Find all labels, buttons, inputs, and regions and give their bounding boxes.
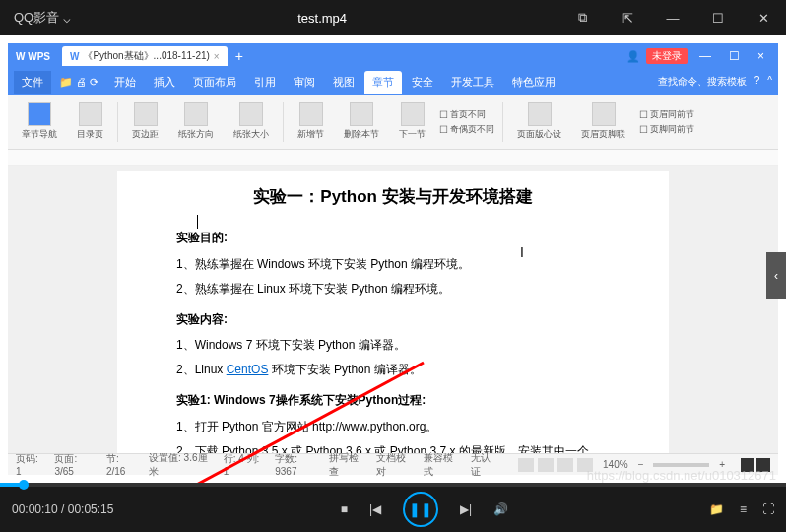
fullscreen-button[interactable]: ⛶ [762,502,774,516]
doc-p4: 2、Linux CentOS 环境下安装 Python 编译器。 [176,359,610,381]
ribbon-pageset[interactable]: 页面版心设 [511,102,567,141]
wps-titlebar: W WPS W 《Python基础》...018-11-21) × + 👤 未登… [8,43,778,69]
pin-button[interactable]: ⇱ [605,0,650,35]
ribbon-delsec[interactable]: 删除本节 [338,102,385,141]
ibeam-cursor-icon: I [520,244,524,260]
user-icon[interactable]: 👤 [626,50,640,63]
menu-view[interactable]: 视图 [325,71,362,94]
doc-icon: W [70,51,79,62]
seek-fill [0,483,24,487]
controls-right: 📁 ≡ ⛶ [709,502,774,516]
wps-titlebar-right: 👤 未登录 — ☐ × [626,48,778,64]
total-time: 00:05:15 [68,502,114,516]
status-pages[interactable]: 页面: 3/65 [54,452,97,477]
app-name-label: QQ影音 [14,9,59,27]
status-page[interactable]: 页码: 1 [16,452,44,477]
menu-review[interactable]: 审阅 [286,71,323,94]
volume-button[interactable]: 🔊 [493,502,508,516]
player-controls: 00:00:10 / 00:05:15 ■ |◀ ❚❚ ▶| 🔊 📁 ≡ ⛶ [0,487,786,532]
side-panel-handle[interactable]: ‹ [766,252,786,299]
search-hint[interactable]: 查找命令、搜索模板 [658,75,747,89]
ribbon-hflink[interactable]: 页眉页脚联 [575,102,631,141]
ribbon-newsec[interactable]: 新增节 [292,102,330,141]
pause-button[interactable]: ❚❚ [403,492,438,527]
status-compat: 兼容模式 [424,451,461,479]
status-pos: 设置值: 3.6厘米 [149,451,214,479]
close-tab-icon[interactable]: × [214,51,220,62]
menu-insert[interactable]: 插入 [146,71,183,94]
seek-thumb[interactable] [19,480,29,490]
close-button[interactable]: ✕ [741,0,786,35]
current-time: 00:00:10 [12,502,58,516]
wps-close[interactable]: × [752,49,770,63]
time-display: 00:00:10 / 00:05:15 [12,502,140,516]
watermark: https://blog.csdn.net/u010312671 [587,468,776,483]
status-section[interactable]: 节: 2/16 [106,452,139,477]
menu-layout[interactable]: 页面布局 [185,71,244,94]
status-spell[interactable]: 拼写检查 [329,451,366,479]
ribbon-nav[interactable]: 章节导航 [16,102,63,141]
app-name[interactable]: QQ影音 ⌵ [0,9,85,27]
doc-p6: 2、下载 Python 3.5.x 或 Python 3.6.x 或 Pytho… [176,440,610,453]
ribbon-nextsec[interactable]: 下一节 [393,102,431,141]
next-button[interactable]: ▶| [460,502,472,516]
ribbon-margin[interactable]: 页边距 [126,102,164,141]
video-filename: test.mp4 [85,11,559,26]
check-header-prev[interactable]: 页眉同前节 [639,108,694,121]
text-caret [197,215,198,229]
stop-button[interactable]: ■ [341,502,348,516]
help-icon[interactable]: ? [754,75,760,89]
status-words[interactable]: 字数: 9367 [275,452,319,477]
wps-maximize[interactable]: ☐ [723,49,746,63]
wps-minimize[interactable]: — [693,49,717,63]
login-badge[interactable]: 未登录 [646,48,688,64]
menu-start[interactable]: 开始 [106,71,144,94]
doc-h2: 实验内容: [176,308,610,331]
pip-button[interactable]: ⧉ [559,0,605,35]
ribbon-orient[interactable]: 纸张方向 [172,102,220,141]
maximize-button[interactable]: ☐ [695,0,741,35]
wps-ruler[interactable] [8,150,778,166]
doc-h3: 实验1: Windows 7操作系统下安装Python过程: [176,389,610,412]
playlist-button[interactable]: ≡ [740,502,747,516]
check-oddeven[interactable]: 奇偶页不同 [439,123,494,136]
wps-logo: W WPS [8,51,58,62]
doc-p1: 1、熟练掌握在 Windows 环境下安装 Python 编程环境。 [176,253,610,276]
menu-dev[interactable]: 开发工具 [443,71,502,94]
doc-p5: 1、打开 Python 官方网站 http://www.python.org。 [176,416,610,438]
ribbon-toc[interactable]: 目录页 [71,102,109,141]
menu-ref[interactable]: 引用 [246,71,284,94]
doc-h1: 实验目的: [176,227,610,249]
open-button[interactable]: 📁 [709,502,724,516]
centos-link: CentOS [227,363,269,376]
ribbon-checks1: 首页不同 奇偶页不同 [439,108,494,136]
video-content[interactable]: W WPS W 《Python基础》...018-11-21) × + 👤 未登… [0,35,786,483]
zoom-slider[interactable] [653,463,709,467]
player-titlebar: QQ影音 ⌵ test.mp4 ⧉ ⇱ — ☐ ✕ [0,0,786,35]
prev-button[interactable]: |◀ [369,502,381,516]
menu-home-icons[interactable]: 📁 🖨 ⟳ [53,76,104,89]
doc-title: 实验一：Python 安装与开发环境搭建 [176,181,610,213]
controls-center: ■ |◀ ❚❚ ▶| 🔊 [140,492,709,527]
status-proof[interactable]: 文档校对 [376,451,414,479]
menu-special[interactable]: 特色应用 [504,71,563,94]
status-cert: 无认证 [471,451,498,479]
minimize-button[interactable]: — [650,0,695,35]
check-firstpage[interactable]: 首页不同 [439,108,494,121]
menu-security[interactable]: 安全 [404,71,441,94]
add-tab-button[interactable]: + [228,48,251,64]
document-page: 实验一：Python 安装与开发环境搭建 实验目的: 1、熟练掌握在 Windo… [117,171,669,453]
seek-bar[interactable] [0,483,786,487]
wps-menubar: 文件 📁 🖨 ⟳ 开始 插入 页面布局 引用 审阅 视图 章节 安全 开发工具 … [8,69,778,95]
menu-file[interactable]: 文件 [14,71,51,94]
ribbon-checks2: 页眉同前节 页脚同前节 [639,108,694,136]
window-controls: ⧉ ⇱ — ☐ ✕ [559,0,786,35]
status-rowcol: 行: 4 列: 1 [224,452,266,477]
collapse-ribbon-icon[interactable]: ^ [767,75,772,89]
check-footer-prev[interactable]: 页脚同前节 [639,123,694,136]
menu-chapter[interactable]: 章节 [364,71,402,94]
wps-document-area[interactable]: 实验一：Python 安装与开发环境搭建 实验目的: 1、熟练掌握在 Windo… [8,166,778,453]
wps-document-tab[interactable]: W 《Python基础》...018-11-21) × [62,46,228,66]
view-mode-icons[interactable] [518,458,593,472]
ribbon-size[interactable]: 纸张大小 [228,102,275,141]
